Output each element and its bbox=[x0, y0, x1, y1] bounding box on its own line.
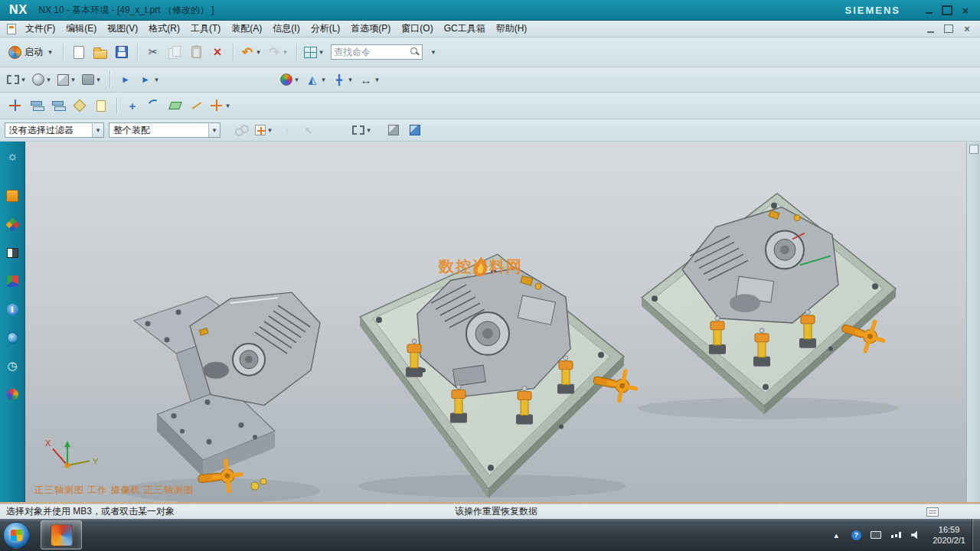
datum-csys-button[interactable] bbox=[208, 95, 234, 116]
undo-button[interactable] bbox=[239, 41, 264, 63]
render-style-button[interactable] bbox=[279, 69, 302, 90]
select-filter-button[interactable] bbox=[5, 69, 29, 90]
assembly-navigator-button[interactable] bbox=[2, 187, 22, 204]
start-orb-button[interactable] bbox=[3, 522, 30, 549]
nx-taskbar-button[interactable] bbox=[41, 520, 82, 549]
cut-button[interactable] bbox=[143, 41, 163, 63]
dropdown-arrow-icon[interactable] bbox=[19, 76, 28, 83]
datum-plane-button[interactable] bbox=[165, 95, 185, 116]
open-button[interactable] bbox=[90, 41, 110, 63]
network-status-button[interactable] bbox=[890, 529, 902, 541]
shaded-view-button[interactable] bbox=[31, 69, 54, 90]
keyboard-status-icon[interactable] bbox=[926, 507, 939, 517]
child-restore-button[interactable] bbox=[940, 23, 957, 34]
dropdown-arrow-icon[interactable] bbox=[319, 76, 328, 83]
menu-window[interactable]: 窗口(O) bbox=[396, 21, 438, 37]
select-box-button[interactable] bbox=[351, 119, 374, 141]
menu-help[interactable]: 帮助(H) bbox=[491, 21, 533, 37]
hidden-icons-button[interactable] bbox=[830, 529, 842, 541]
chevron-down-icon[interactable] bbox=[208, 123, 220, 137]
redo-button[interactable] bbox=[266, 41, 291, 63]
snap-link-button[interactable] bbox=[232, 119, 252, 141]
create-component-button[interactable] bbox=[253, 119, 276, 141]
open-parent-button[interactable] bbox=[299, 119, 318, 141]
orient-view-button[interactable] bbox=[56, 69, 79, 90]
close-button[interactable]: × bbox=[957, 3, 974, 17]
menu-tools[interactable]: 工具(T) bbox=[185, 21, 226, 37]
copy-button[interactable] bbox=[165, 41, 185, 63]
dropdown-arrow-icon[interactable] bbox=[281, 48, 289, 56]
pan-rotate-button[interactable] bbox=[137, 69, 162, 90]
dropdown-arrow-icon[interactable] bbox=[373, 76, 381, 83]
help-center-button[interactable] bbox=[850, 529, 862, 541]
menu-gc-toolbox[interactable]: GC工具箱 bbox=[439, 21, 491, 37]
menu-assembly[interactable]: 装配(A) bbox=[226, 21, 267, 37]
datum-axis-button[interactable] bbox=[187, 95, 207, 116]
annotation-button[interactable] bbox=[70, 95, 90, 116]
dropdown-arrow-icon[interactable] bbox=[364, 126, 373, 134]
dropdown-arrow-icon[interactable] bbox=[346, 76, 354, 83]
assembly-right[interactable] bbox=[638, 194, 898, 419]
part-navigator-button[interactable] bbox=[2, 244, 22, 261]
child-minimize-button[interactable] bbox=[922, 23, 939, 34]
dropdown-arrow-icon[interactable] bbox=[292, 76, 301, 83]
dropdown-arrow-icon[interactable] bbox=[152, 76, 161, 83]
child-close-button[interactable]: × bbox=[959, 23, 975, 34]
taskbar-clock[interactable]: 16:59 2020/2/1 bbox=[933, 524, 965, 546]
selection-filter-combo[interactable]: 没有选择过滤器 bbox=[5, 122, 104, 138]
menu-view[interactable]: 视图(V) bbox=[102, 21, 143, 37]
dropdown-arrow-icon[interactable] bbox=[266, 126, 274, 134]
menu-file[interactable]: 文件(F) bbox=[20, 21, 60, 37]
menu-preferences[interactable]: 首选项(P) bbox=[345, 21, 396, 37]
dropdown-arrow-icon[interactable] bbox=[254, 48, 263, 56]
menu-information[interactable]: 信息(I) bbox=[267, 21, 305, 37]
roles-button[interactable] bbox=[2, 148, 22, 165]
window-layout-button[interactable] bbox=[302, 41, 327, 63]
palette-button[interactable] bbox=[2, 386, 22, 403]
window-edge-strip[interactable] bbox=[966, 142, 980, 502]
point-button[interactable] bbox=[122, 95, 142, 116]
layer-settings-button[interactable] bbox=[27, 95, 47, 116]
maximize-button[interactable] bbox=[939, 3, 956, 17]
show-desktop-button[interactable] bbox=[972, 519, 980, 551]
menu-edit[interactable]: 编辑(E) bbox=[60, 21, 102, 37]
find-command-history-button[interactable] bbox=[423, 41, 443, 63]
assembly-middle[interactable] bbox=[358, 254, 639, 498]
constraint-navigator-button[interactable] bbox=[2, 216, 22, 233]
ime-indicator-button[interactable] bbox=[870, 529, 882, 541]
viewport-canvas[interactable]: X Y bbox=[25, 142, 966, 502]
arc-button[interactable] bbox=[144, 95, 164, 116]
selection-scope-combo[interactable]: 整个装配 bbox=[109, 122, 220, 138]
dropdown-arrow-icon[interactable] bbox=[46, 48, 54, 56]
minimize-button[interactable] bbox=[920, 3, 937, 17]
show-hide-button[interactable] bbox=[116, 69, 136, 90]
wcs-display-button[interactable] bbox=[5, 95, 25, 116]
dropdown-arrow-icon[interactable] bbox=[69, 76, 77, 83]
start-menu-button[interactable]: 启动 bbox=[5, 44, 58, 60]
hide-component-button[interactable] bbox=[384, 119, 403, 141]
dropdown-arrow-icon[interactable] bbox=[94, 76, 103, 83]
new-button[interactable] bbox=[69, 41, 89, 63]
background-color-button[interactable] bbox=[80, 69, 104, 90]
assembly-left[interactable] bbox=[121, 292, 320, 502]
paste-button[interactable] bbox=[186, 41, 206, 63]
hd3d-tools-button[interactable] bbox=[2, 301, 22, 318]
menu-format[interactable]: 格式(R) bbox=[143, 21, 185, 37]
move-up-button[interactable] bbox=[277, 119, 297, 141]
menu-analysis[interactable]: 分析(L) bbox=[305, 21, 346, 37]
chevron-down-icon[interactable] bbox=[92, 123, 103, 137]
web-browser-button[interactable] bbox=[2, 329, 22, 346]
dropdown-arrow-icon[interactable] bbox=[317, 48, 325, 56]
volume-button[interactable] bbox=[910, 529, 922, 541]
save-button[interactable] bbox=[112, 41, 132, 63]
true-shading-button[interactable] bbox=[304, 69, 329, 90]
layer-category-button[interactable] bbox=[48, 95, 68, 116]
graphics-window[interactable]: X Y 数控资料网 正三轴测图 工作 摄像机 正三轴测图 bbox=[25, 142, 966, 502]
history-button[interactable] bbox=[2, 357, 22, 374]
reuse-library-button[interactable] bbox=[2, 272, 22, 289]
snap-point-button[interactable] bbox=[331, 69, 356, 90]
measure-distance-button[interactable] bbox=[358, 69, 383, 90]
note-button[interactable] bbox=[91, 95, 111, 116]
dropdown-arrow-icon[interactable] bbox=[44, 76, 53, 83]
find-command-input[interactable] bbox=[334, 47, 410, 57]
